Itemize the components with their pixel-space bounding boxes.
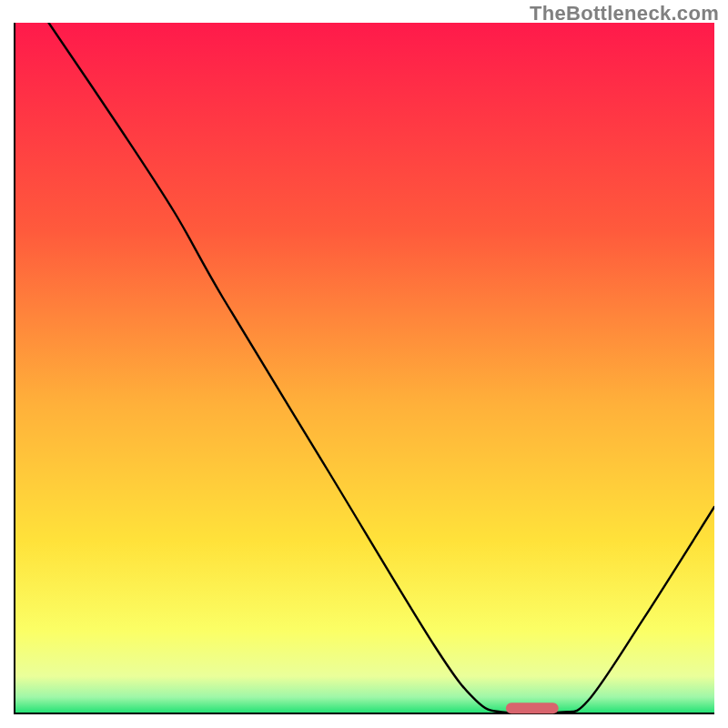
chart-svg	[14, 23, 714, 714]
plot-area	[14, 23, 714, 714]
optimal-range-marker	[506, 703, 559, 713]
chart-stage: TheBottleneck.com	[0, 0, 728, 728]
